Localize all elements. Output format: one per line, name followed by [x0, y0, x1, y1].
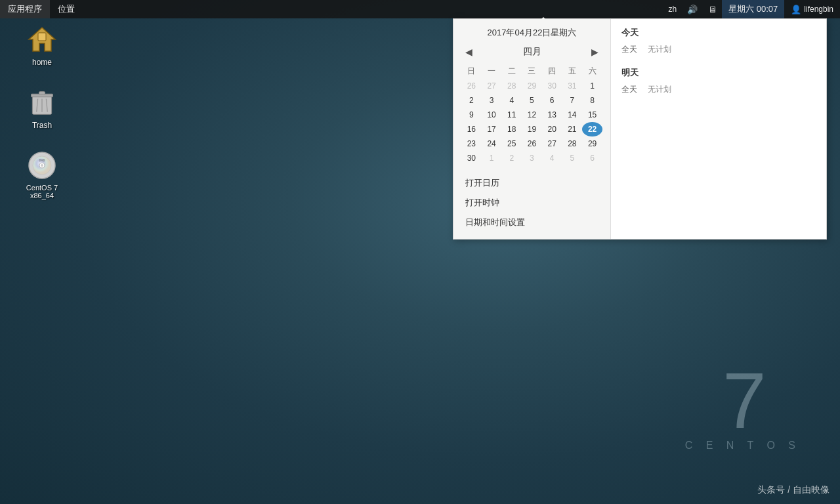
- today-no-plan: 无计划: [648, 44, 671, 55]
- weekday-thu: 四: [542, 64, 562, 79]
- calendar-day-cell[interactable]: 3: [522, 151, 542, 165]
- bottom-watermark: 头条号 / 自由映像: [757, 484, 830, 496]
- calendar-day-cell[interactable]: 24: [482, 136, 502, 151]
- tomorrow-section: 明天 全天 无计划: [621, 67, 816, 96]
- weekday-header-row: 日 一 二 三 四 五 六: [461, 64, 602, 79]
- calendar-week-row: 30123456: [461, 151, 602, 165]
- dvd-label: CentOS 7 x86_64: [16, 184, 68, 200]
- dvd-icon-image: DVD: [26, 150, 58, 181]
- home-label: home: [32, 58, 52, 67]
- calendar-day-cell[interactable]: 16: [461, 122, 482, 136]
- calendar-day-cell[interactable]: 4: [501, 93, 522, 108]
- calendar-day-cell[interactable]: 31: [562, 79, 583, 93]
- calendar-week-row: 9101112131415: [461, 108, 602, 122]
- calendar-week-row: 16171819202122: [461, 122, 602, 136]
- tomorrow-no-plan: 无计划: [648, 84, 671, 95]
- lang-indicator[interactable]: zh: [663, 0, 682, 18]
- home-icon-image: [26, 24, 58, 55]
- calendar-day-cell[interactable]: 27: [542, 136, 562, 151]
- weekday-fri: 五: [562, 64, 583, 79]
- location-menu[interactable]: 位置: [50, 0, 83, 18]
- month-name: 四月: [523, 46, 541, 58]
- calendar-day-cell[interactable]: 29: [522, 79, 542, 93]
- dvd-icon[interactable]: DVD CentOS 7 x86_64: [16, 150, 68, 200]
- calendar-day-cell[interactable]: 4: [542, 151, 562, 165]
- calendar-day-cell[interactable]: 25: [501, 136, 522, 151]
- username-label: lifengbin: [804, 5, 833, 14]
- datetime-settings-button[interactable]: 日期和时间设置: [461, 214, 602, 231]
- calendar-day-cell[interactable]: 6: [582, 151, 602, 165]
- calendar-day-cell[interactable]: 10: [482, 108, 502, 122]
- desktop-icons: home Trash: [16, 24, 68, 200]
- calendar-day-cell[interactable]: 1: [582, 79, 602, 93]
- taskbar: 应用程序 位置 zh 🔊 🖥 星期六 00:07 👤 lifengbin: [0, 0, 840, 18]
- calendar-day-cell[interactable]: 15: [582, 108, 602, 122]
- svg-rect-1: [38, 33, 46, 41]
- calendar-day-cell[interactable]: 3: [482, 93, 502, 108]
- calendar-right-panel: 今天 全天 无计划 明天 全天 无计划: [611, 19, 826, 239]
- user-menu[interactable]: 👤 lifengbin: [784, 0, 840, 18]
- calendar-day-cell[interactable]: 12: [522, 108, 542, 122]
- tomorrow-title: 明天: [621, 67, 816, 79]
- calendar-day-cell[interactable]: 27: [482, 79, 502, 93]
- today-section: 今天 全天 无计划: [621, 27, 816, 56]
- calendar-day-cell[interactable]: 19: [522, 122, 542, 136]
- calendar-indicator: [538, 17, 549, 22]
- calendar-day-cell[interactable]: 20: [542, 122, 562, 136]
- calendar-day-cell[interactable]: 28: [501, 79, 522, 93]
- weekday-mon: 一: [482, 64, 502, 79]
- open-calendar-button[interactable]: 打开日历: [461, 175, 602, 192]
- weekday-wed: 三: [522, 64, 542, 79]
- calendar-day-cell[interactable]: 18: [501, 122, 522, 136]
- calendar-day-cell[interactable]: 17: [482, 122, 502, 136]
- svg-rect-7: [39, 92, 45, 95]
- centos-name: C E N T O S: [685, 440, 801, 452]
- home-icon[interactable]: home: [16, 24, 68, 67]
- calendar-day-cell[interactable]: 11: [501, 108, 522, 122]
- calendar-day-cell[interactable]: 13: [542, 108, 562, 122]
- calendar-header-date: 2017年04月22日星期六: [461, 27, 602, 39]
- calendar-day-cell[interactable]: 5: [522, 93, 542, 108]
- prev-month-button[interactable]: ◀: [461, 45, 476, 58]
- centos-version-number: 7: [685, 361, 801, 440]
- tomorrow-allday-row: 全天 无计划: [621, 83, 816, 96]
- calendar-day-cell[interactable]: 22: [582, 122, 602, 136]
- calendar-day-cell[interactable]: 21: [562, 122, 583, 136]
- calendar-day-cell[interactable]: 30: [542, 79, 562, 93]
- calendar-day-cell[interactable]: 29: [582, 136, 602, 151]
- centos-watermark: 7 C E N T O S: [685, 361, 801, 452]
- calendar-month-nav: ◀ 四月 ▶: [461, 45, 602, 58]
- calendar-day-cell[interactable]: 14: [562, 108, 583, 122]
- calendar-day-cell[interactable]: 1: [482, 151, 502, 165]
- calendar-popup: 2017年04月22日星期六 ◀ 四月 ▶ 日 一 二 三 四 五 六: [453, 18, 827, 240]
- next-month-button[interactable]: ▶: [587, 45, 602, 58]
- calendar-day-cell[interactable]: 9: [461, 108, 482, 122]
- app-menu[interactable]: 应用程序: [0, 0, 50, 18]
- calendar-day-cell[interactable]: 26: [461, 79, 482, 93]
- calendar-day-cell[interactable]: 2: [501, 151, 522, 165]
- today-title: 今天: [621, 27, 816, 39]
- volume-icon[interactable]: 🔊: [682, 0, 703, 18]
- calendar-day-cell[interactable]: 2: [461, 93, 482, 108]
- calendar-day-cell[interactable]: 30: [461, 151, 482, 165]
- calendar-day-cell[interactable]: 5: [562, 151, 583, 165]
- open-clock-button[interactable]: 打开时钟: [461, 194, 602, 211]
- calendar-day-cell[interactable]: 23: [461, 136, 482, 151]
- svg-text:DVD: DVD: [39, 158, 45, 162]
- calendar-day-cell[interactable]: 28: [562, 136, 583, 151]
- calendar-grid: 日 一 二 三 四 五 六 26272829303112345678910111…: [461, 64, 602, 165]
- calendar-day-cell[interactable]: 26: [522, 136, 542, 151]
- calendar-actions: 打开日历 打开时钟 日期和时间设置: [461, 175, 602, 231]
- network-icon[interactable]: 🖥: [703, 0, 722, 18]
- calendar-left-panel: 2017年04月22日星期六 ◀ 四月 ▶ 日 一 二 三 四 五 六: [453, 19, 611, 239]
- tomorrow-allday-label: 全天: [621, 84, 648, 95]
- calendar-day-cell[interactable]: 8: [582, 93, 602, 108]
- today-allday-label: 全天: [621, 44, 648, 55]
- weekday-sat: 六: [582, 64, 602, 79]
- trash-label: Trash: [32, 121, 52, 130]
- calendar-week-row: 23242526272829: [461, 136, 602, 151]
- calendar-day-cell[interactable]: 6: [542, 93, 562, 108]
- trash-icon[interactable]: Trash: [16, 87, 68, 130]
- clock-widget[interactable]: 星期六 00:07: [722, 0, 784, 18]
- calendar-day-cell[interactable]: 7: [562, 93, 583, 108]
